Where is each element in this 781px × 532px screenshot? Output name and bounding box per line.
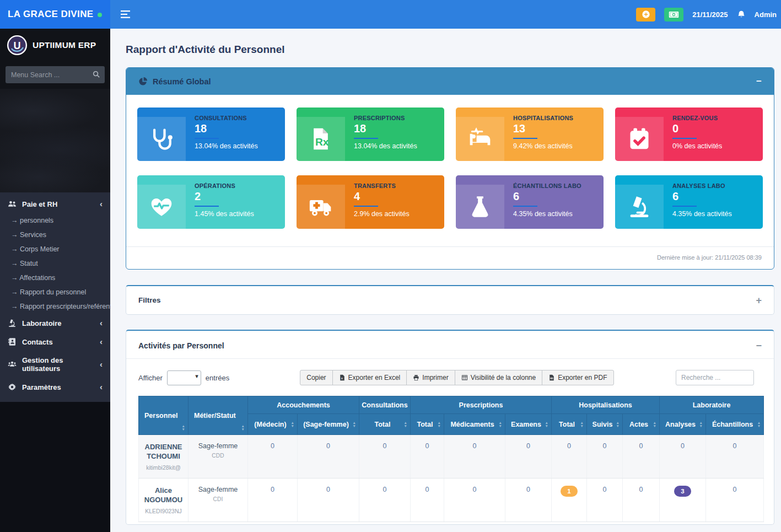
online-status-dot [98,13,102,17]
sort-icon[interactable]: ▲▼ [757,421,761,427]
sidebar-item-contacts[interactable]: Contacts ‹ [0,332,110,351]
sidebar-subitem-statut[interactable]: → Statut [0,256,110,271]
cell-value: 0 [359,479,411,522]
col-header-actes[interactable]: Actes▲▼ [623,414,660,435]
activities-title: Activités par Personnel [138,341,224,350]
col-header-chantillons[interactable]: Échantillons▲▼ [706,414,764,435]
entries-select[interactable] [167,370,201,385]
col-header-total[interactable]: Total▲▼ [359,414,411,435]
copier-button[interactable]: Copier [300,370,332,385]
sidebar-subitem-personnels[interactable]: → personnels [0,213,110,228]
quick-add-button[interactable] [636,8,655,22]
chevron-left-icon: ‹ [100,384,103,390]
stat-card-percent: 4.35% des activités [672,210,756,218]
table-row[interactable]: Alice NGOUMOU KLEDI9023NJ Sage-femme CDI… [139,479,764,522]
flask-icon [468,195,492,219]
sidebar-subitem-corps-metier[interactable]: → Corps Metier [0,242,110,256]
sidebar-item-laboratoire[interactable]: Laboratoire ‹ [0,314,110,332]
sort-icon[interactable]: ▲▼ [580,421,584,427]
col-header-examens[interactable]: Examens▲▼ [505,414,552,435]
col-header-m-tier-statut[interactable]: Métier/Statut▲▼ [188,396,248,435]
stat-card-label: CONSULTATIONS [195,115,278,121]
stat-card-percent: 9.42% des activités [513,142,597,150]
exporter-en-pdf-button[interactable]: PDFExporter en PDF [542,370,613,385]
chevron-left-icon: ‹ [100,339,103,345]
stat-card-divider [354,206,378,207]
stat-card-divider [513,206,537,207]
cash-register-button[interactable] [664,8,683,22]
collapse-panel-icon[interactable]: − [756,79,762,84]
col-header-m-decin[interactable]: (Médecin)▲▼ [248,414,298,435]
sort-icon[interactable]: ▲▼ [499,421,502,427]
stat-card-value: 0 [672,122,756,135]
menu-search [6,66,105,83]
col-header-total[interactable]: Total▲▼ [552,414,587,435]
sort-icon[interactable]: ▲▼ [182,424,185,431]
col-header-personnel[interactable]: Personnel▲▼ [139,396,188,435]
collapse-panel-icon[interactable]: − [756,342,762,349]
col-header-total[interactable]: Total▲▼ [411,414,444,435]
sidebar-item-gestion-des-utilisateurs[interactable]: Gestion des utilisateurs ‹ [0,351,110,378]
imprimer-button[interactable]: Imprimer [406,370,455,385]
sidebar-item-paie-et-rh[interactable]: Paie et RH ‹ [0,195,110,213]
exporter-en-excel-button[interactable]: xExporter en Excel [332,370,407,385]
sidebar-subitem-affectations[interactable]: → Affectations [0,271,110,285]
cell-value: 0 [552,435,587,479]
search-icon[interactable] [92,70,100,78]
table-toolbar: Afficher ▾ entrées Copier xExporter en E… [126,359,774,395]
menu-search-input[interactable] [6,66,105,83]
sort-icon[interactable]: ▲▼ [653,421,656,427]
cell-value: 0 [411,435,444,479]
expand-panel-icon[interactable]: + [756,297,762,304]
cell-value: 0 [623,479,660,522]
stat-card-chantillons-labo: ÉCHANTILLONS LABO 6 4.35% des activités [456,175,604,229]
cell-value: 0 [587,479,623,522]
visibilit-de-la-colonne-button[interactable]: Visibilité de la colonne [455,370,543,385]
filters-panel: Filtres + [126,285,774,315]
cell-value: 0 [505,479,552,522]
sidebar-menu: Paie et RH ‹→ personnels→ Services→ Corp… [0,192,110,402]
sort-icon[interactable]: ▲▼ [616,421,620,427]
cell-value: 0 [248,479,298,522]
col-header-suivis[interactable]: Suivis▲▼ [587,414,623,435]
notifications-bell-icon[interactable] [737,10,746,19]
sort-icon[interactable]: ▲▼ [699,421,703,427]
main-content: Rapport d'Activité du Personnel Résumé G… [110,29,781,532]
stat-card-percent: 4.35% des activités [513,210,597,218]
stat-card-rendez-vous: RENDEZ-VOUS 0 0% des activités [615,108,763,161]
gear-icon [8,383,17,391]
sort-icon[interactable]: ▲▼ [545,421,548,427]
sidebar-subitem-rapport-prescripteurs-ref-rents[interactable]: → Rapport prescripteurs/reférents [0,299,110,314]
sidebar-subitem-rapport-du-personnel[interactable]: → Rapport du personnel [0,285,110,299]
sort-icon[interactable]: ▲▼ [241,424,245,431]
stat-card-transferts: TRANSFERTS 4 2.9% des activités [297,175,444,229]
user-menu[interactable]: Admin [755,10,777,19]
sort-icon[interactable]: ▲▼ [404,421,407,427]
chevron-left-icon: ‹ [100,201,103,207]
table-search-input[interactable] [676,370,754,385]
stat-card-value: 18 [195,122,278,135]
activities-table: Personnel▲▼Métier/Statut▲▼AccouchementsC… [138,396,764,522]
stat-card-label: PRESCRIPTIONS [354,115,438,121]
sort-icon[interactable]: ▲▼ [438,421,441,427]
sidebar-subitem-services[interactable]: → Services [0,228,110,242]
sort-icon[interactable]: ▲▼ [291,421,294,427]
activities-panel: Activités par Personnel − Afficher ▾ ent… [126,330,774,525]
cell-value: 0 [248,435,298,479]
sort-icon[interactable]: ▲▼ [353,421,356,427]
summary-panel-header: Résumé Global − [126,68,774,95]
plus-circle-icon [642,10,650,19]
stat-card-value: 4 [354,190,438,203]
svg-text:Rx: Rx [315,136,329,148]
col-header-m-dicaments[interactable]: Médicaments▲▼ [444,414,505,435]
stat-card-consultations: CONSULTATIONS 18 13.04% des activités [137,108,285,161]
stat-card-value: 2 [195,190,278,203]
stat-card-divider [195,138,219,139]
sidebar-item-param-tres[interactable]: Paramètres ‹ [0,378,110,396]
columns-icon [461,374,468,381]
table-row[interactable]: ADRIENNE TCHOUMI kitimbi28kit@ Sage-femm… [139,435,764,479]
col-header-analyses[interactable]: Analyses▲▼ [660,414,706,435]
file-excel-icon: x [339,374,346,381]
col-header-sage-femme[interactable]: (Sage-femme)▲▼ [298,414,359,435]
hamburger-menu-icon[interactable] [121,10,130,18]
